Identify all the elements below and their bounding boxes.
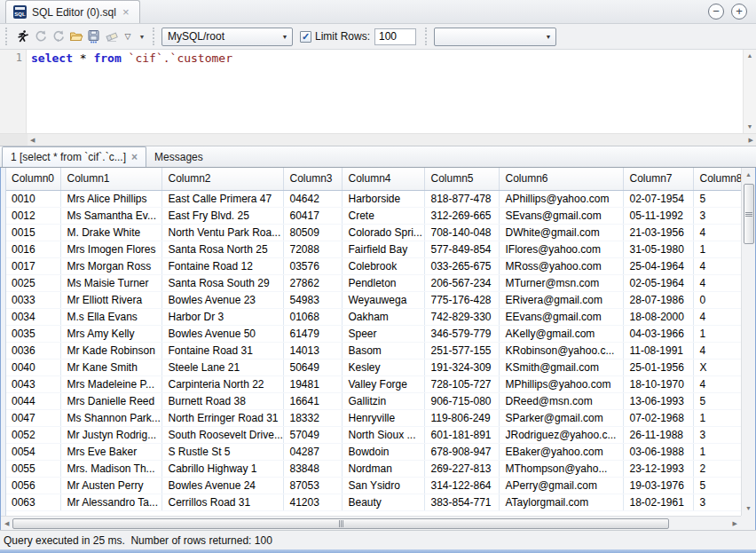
table-cell[interactable]: Mr Alessandro Ta... — [61, 494, 162, 510]
table-cell[interactable]: MPhillips@yahoo.com — [500, 375, 624, 392]
column-header[interactable]: Column0 — [6, 168, 61, 190]
table-cell[interactable]: Steele Lane 21 — [162, 359, 284, 375]
table-cell[interactable]: MRoss@yahoo.com — [500, 257, 624, 274]
table-cell[interactable]: 0033 — [6, 291, 61, 308]
table-cell[interactable]: Ms Maisie Turner — [61, 274, 162, 291]
table-cell[interactable]: Mr Austen Perry — [61, 477, 162, 494]
table-cell[interactable]: Beauty — [343, 494, 425, 510]
table-cell[interactable]: 28-07-1986 — [624, 291, 694, 308]
table-cell[interactable]: 72088 — [284, 241, 343, 257]
column-header[interactable]: Column7 — [624, 168, 694, 190]
table-cell[interactable]: Basom — [343, 342, 425, 359]
table-cell[interactable]: Mrs Eve Baker — [61, 443, 162, 460]
table-cell[interactable]: 05-11-1992 — [624, 207, 694, 224]
table-cell[interactable]: 4 — [694, 375, 741, 392]
table-cell[interactable]: Mr Kane Smith — [61, 359, 162, 375]
table-cell[interactable]: ATaylorgmail.com — [500, 494, 624, 510]
table-cell[interactable]: Mr Elliott Rivera — [61, 291, 162, 308]
table-cell[interactable]: 80509 — [284, 224, 343, 241]
table-cell[interactable]: 0036 — [6, 342, 61, 359]
tab-result-set[interactable]: 1 [select * from `cif`.`c...] × — [2, 146, 146, 167]
table-cell[interactable]: 60417 — [284, 207, 343, 224]
toolbar-dropdown-button[interactable]: ▼ — [135, 27, 149, 46]
table-cell[interactable]: Weyauwega — [343, 291, 425, 308]
maximize-button[interactable]: + — [731, 4, 747, 20]
table-cell[interactable]: 18-10-1970 — [624, 375, 694, 392]
table-cell[interactable]: 61479 — [284, 325, 343, 342]
table-cell[interactable]: 1 — [694, 443, 741, 460]
vertical-scroll-thumb[interactable] — [744, 184, 754, 244]
table-cell[interactable]: Santa Rosa South 29 — [162, 274, 284, 291]
table-cell[interactable]: APerry@gmail.com — [500, 477, 624, 494]
scroll-left-icon[interactable]: ◀ — [1, 519, 12, 528]
close-icon[interactable]: × — [131, 151, 138, 163]
table-cell[interactable]: 50649 — [284, 359, 343, 375]
table-cell[interactable]: 312-269-665 — [425, 207, 500, 224]
table-cell[interactable]: 13-06-1993 — [624, 392, 694, 409]
table-cell[interactable]: Fairfield Bay — [343, 241, 425, 257]
scroll-up-icon[interactable]: ▲ — [747, 51, 753, 60]
table-cell[interactable]: Valley Forge — [343, 375, 425, 392]
column-header[interactable]: Column5 — [425, 168, 500, 190]
table-cell[interactable]: 87053 — [284, 477, 343, 494]
refresh-all-button[interactable] — [50, 27, 67, 46]
table-cell[interactable]: 0056 — [6, 477, 61, 494]
table-cell[interactable]: 0012 — [6, 207, 61, 224]
table-cell[interactable]: 0 — [694, 291, 741, 308]
column-header[interactable]: Column4 — [343, 168, 425, 190]
table-cell[interactable]: Mr Justyn Rodrig... — [61, 426, 162, 443]
table-cell[interactable]: Mrs. Madison Th... — [61, 460, 162, 477]
table-cell[interactable]: MThompson@yaho... — [500, 460, 624, 477]
table-cell[interactable]: East Calle Primera 47 — [162, 190, 284, 207]
table-cell[interactable]: 314-122-864 — [425, 477, 500, 494]
limit-rows-input[interactable] — [374, 28, 416, 45]
editor-horizontal-scrollbar[interactable]: ◀ ▶ — [0, 133, 756, 146]
table-cell[interactable]: 577-849-854 — [425, 241, 500, 257]
grid-vertical-scrollbar[interactable]: ▲ ▼ — [741, 168, 755, 516]
table-cell[interactable]: 3 — [694, 207, 741, 224]
table-cell[interactable]: Pendleton — [343, 274, 425, 291]
table-cell[interactable]: X — [694, 359, 741, 375]
table-cell[interactable]: 04642 — [284, 190, 343, 207]
table-cell[interactable]: Crete — [343, 207, 425, 224]
table-cell[interactable]: 25-04-1964 — [624, 257, 694, 274]
table-cell[interactable]: Mrs Alice Phillips — [61, 190, 162, 207]
table-cell[interactable]: Bowles Avenue 50 — [162, 325, 284, 342]
secondary-dropdown[interactable]: ▼ — [434, 28, 556, 46]
table-cell[interactable]: 191-324-309 — [425, 359, 500, 375]
table-cell[interactable]: 0052 — [6, 426, 61, 443]
table-cell[interactable]: Harborside — [343, 190, 425, 207]
tab-messages[interactable]: Messages — [146, 146, 211, 167]
table-cell[interactable]: Colorado Spri... — [343, 224, 425, 241]
table-cell[interactable]: Bowles Avenue 24 — [162, 477, 284, 494]
table-cell[interactable]: IFlores@yahoo.com — [500, 241, 624, 257]
table-cell[interactable]: Santa Rosa North 25 — [162, 241, 284, 257]
table-cell[interactable]: 601-181-891 — [425, 426, 500, 443]
table-cell[interactable]: 04-03-1966 — [624, 325, 694, 342]
table-cell[interactable]: Speer — [343, 325, 425, 342]
table-cell[interactable]: EEvans@gmail.com — [500, 308, 624, 325]
table-cell[interactable]: ERivera@gmail.com — [500, 291, 624, 308]
scroll-down-icon[interactable]: ▼ — [747, 122, 753, 131]
table-cell[interactable]: 3 — [694, 426, 741, 443]
table-cell[interactable]: 906-715-080 — [425, 392, 500, 409]
table-cell[interactable]: 775-176-428 — [425, 291, 500, 308]
table-cell[interactable]: 16641 — [284, 392, 343, 409]
table-cell[interactable]: 0025 — [6, 274, 61, 291]
table-cell[interactable]: 678-908-947 — [425, 443, 500, 460]
table-cell[interactable]: 0035 — [6, 325, 61, 342]
overflow-menu-button[interactable]: ▽ — [121, 27, 135, 46]
table-cell[interactable]: 0040 — [6, 359, 61, 375]
table-cell[interactable]: KSmith@gmail.com — [500, 359, 624, 375]
table-cell[interactable]: 02-05-1964 — [624, 274, 694, 291]
table-cell[interactable]: Mrs Danielle Reed — [61, 392, 162, 409]
table-cell[interactable]: Kesley — [343, 359, 425, 375]
table-cell[interactable]: Henryville — [343, 409, 425, 426]
table-cell[interactable]: 269-227-813 — [425, 460, 500, 477]
table-cell[interactable]: 27862 — [284, 274, 343, 291]
table-cell[interactable]: 19481 — [284, 375, 343, 392]
table-cell[interactable]: M.s Ella Evans — [61, 308, 162, 325]
scroll-up-icon[interactable]: ▲ — [745, 168, 752, 182]
connection-dropdown[interactable]: MySQL/root ▼ — [161, 28, 293, 46]
horizontal-scroll-thumb[interactable] — [12, 518, 669, 529]
